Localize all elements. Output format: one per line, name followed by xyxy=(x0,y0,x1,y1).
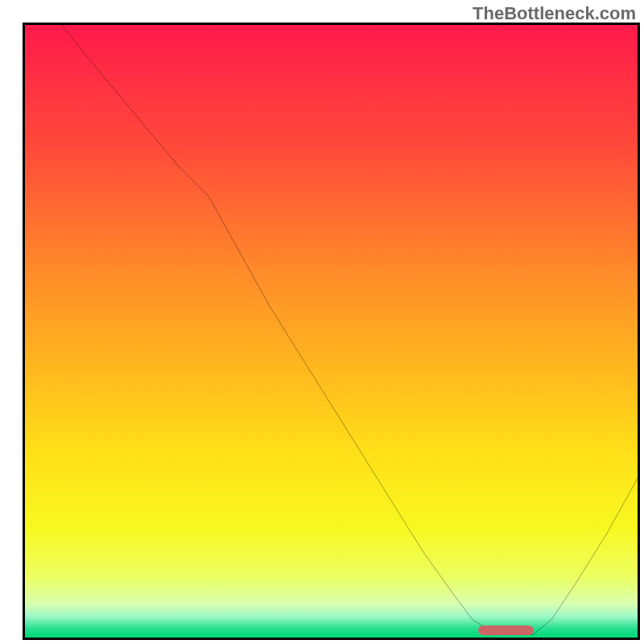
chart-frame-bottom xyxy=(23,638,640,640)
watermark-text: TheBottleneck.com xyxy=(473,3,636,24)
chart-frame-right xyxy=(638,23,640,640)
chart-plot-area xyxy=(25,25,638,638)
optimal-range-marker xyxy=(478,625,533,635)
bottleneck-curve xyxy=(25,25,638,638)
